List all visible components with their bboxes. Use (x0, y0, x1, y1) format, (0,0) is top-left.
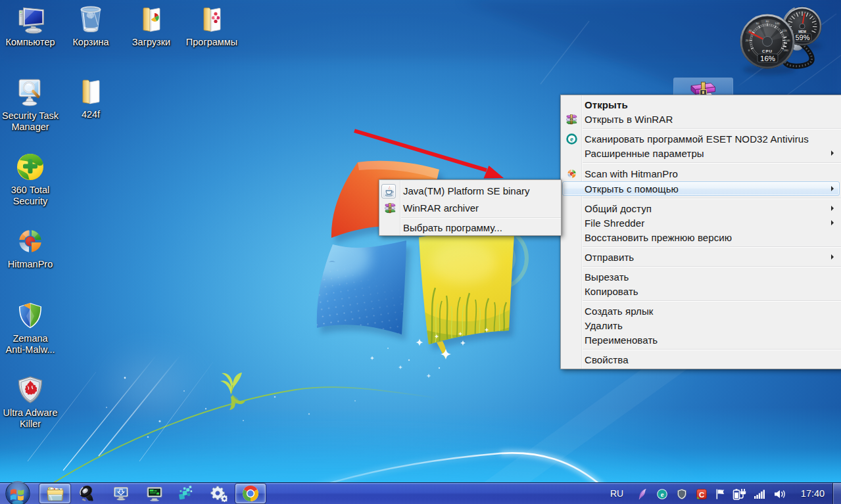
submenu-arrow-icon (831, 220, 834, 225)
desktop-icon-label: Загрузки (122, 37, 181, 48)
svg-text:140: 140 (785, 39, 790, 42)
eset-icon: e (565, 133, 577, 145)
desktop-icon-programs[interactable]: Программы (182, 5, 241, 48)
desktop-icon-label: 360 Total Security (1, 185, 60, 207)
menu-item-восстановить-прежнюю-версию[interactable]: Восстановить прежнюю версию (561, 230, 841, 244)
taskbar-button-speaker-app[interactable] (76, 484, 99, 503)
desktop-icon-label: HitmanPro (1, 259, 60, 270)
desktop-icon-label: 424f (61, 109, 120, 120)
menu-item-label: Копировать (585, 286, 638, 297)
winrar-icon (565, 113, 577, 125)
submenu-items: Java(TM) Platform SE binary WinRAR archi… (379, 182, 561, 234)
menu-separator (561, 264, 841, 269)
menu-item-winrar-archiver[interactable]: WinRAR archiver (379, 200, 561, 216)
menu-item-label: Вырезать (585, 271, 629, 283)
tray-icon-eset[interactable]: e (656, 483, 669, 504)
desktop-icon-zemana-antimalware[interactable]: Zemana Anti-Malw... (1, 300, 60, 355)
menu-separator (561, 196, 841, 201)
desktop-icon-424f[interactable]: 424f (61, 78, 120, 120)
menu-item-label: Открыть с помощью (585, 183, 679, 195)
show-desktop-button[interactable] (832, 483, 841, 504)
computer-icon (1, 5, 60, 37)
taskbar-button-monitor-app[interactable] (143, 484, 166, 503)
menu-item-общий-доступ[interactable]: Общий доступ (561, 201, 841, 216)
desktop-icon-label: Zemana Anti-Malw... (1, 333, 60, 355)
menu-item-java-tm-platform-se-binary[interactable]: Java(TM) Platform SE binary (379, 182, 561, 200)
start-button[interactable] (5, 481, 30, 504)
context-menu: Открыть Открыть в WinRAR e Сканировать п… (560, 95, 841, 369)
menu-item-label: Переименовать (585, 334, 658, 346)
desktop-icon-computer[interactable]: Компьютер (1, 5, 60, 48)
mem-label: MEM (798, 30, 806, 34)
menu-item-label: Свойства (585, 354, 629, 365)
menu-item-label: WinRAR archiver (403, 202, 479, 214)
menu-item-label: Открыть в WinRAR (585, 114, 673, 125)
desktop-icon-label: Программы (182, 37, 241, 48)
menu-separator (561, 126, 841, 131)
recycle-bin-icon (61, 5, 120, 37)
menu-item-расширенные-параметры[interactable]: Расширенные параметры (561, 146, 841, 160)
hitmanpro-icon (565, 168, 577, 179)
desktop-icon-recycle-bin[interactable]: Корзина (61, 5, 120, 48)
desktop-icon-downloads[interactable]: Загрузки (122, 5, 181, 48)
menu-item-открыть[interactable]: Открыть (561, 97, 841, 112)
menu-item-удалить[interactable]: Удалить (561, 318, 841, 332)
menu-item-label: Общий доступ (585, 203, 652, 214)
cpu-meter-gadget[interactable]: MEM 59% 020406080100120140160 CPU 16% (731, 4, 841, 80)
tray-icon-power[interactable] (733, 483, 746, 504)
menu-item-открыть-в-winrar[interactable]: Открыть в WinRAR (561, 112, 841, 126)
svg-text:C: C (699, 490, 704, 498)
open-with-submenu: Java(TM) Platform SE binary WinRAR archi… (379, 179, 562, 236)
context-menu-items: Открыть Открыть в WinRAR e Сканировать п… (561, 97, 841, 367)
menu-item-создать-ярлык[interactable]: Создать ярлык (561, 304, 841, 318)
360-total-security-icon (1, 152, 60, 185)
selected-archive-file[interactable] (673, 78, 733, 95)
hitmanpro-icon (1, 226, 60, 259)
menu-item-сканировать-программой-eset-nod32-antivirus[interactable]: e Сканировать программой ESET NOD32 Anti… (561, 131, 841, 146)
submenu-arrow-icon (831, 206, 834, 211)
tray-clock[interactable]: 17:40 (795, 483, 830, 504)
menu-item-вырезать[interactable]: Вырезать (561, 269, 841, 284)
taskbar-button-pixels-app[interactable] (174, 484, 197, 503)
menu-item-выбрать-программу[interactable]: Выбрать программу... (379, 221, 561, 234)
mem-value: 59% (795, 34, 809, 41)
taskbar-button-explorer[interactable] (39, 484, 70, 503)
svg-text:e: e (661, 490, 664, 497)
menu-item-label: Удалить (585, 320, 623, 331)
zemana-icon (1, 300, 60, 333)
winrar-icon (384, 202, 396, 214)
menu-separator (561, 298, 841, 304)
security-task-manager-icon (1, 78, 60, 110)
menu-item-scan-with-hitmanpro[interactable]: Scan with HitmanPro (561, 166, 841, 181)
svg-text:160: 160 (784, 49, 789, 52)
menu-item-label: File Shredder (585, 218, 644, 229)
desktop: Компьютер Корзина Загрузки Программы Sec… (0, 0, 841, 504)
menu-separator (561, 347, 841, 352)
desktop-icon-360-total-security[interactable]: 360 Total Security (1, 152, 60, 207)
svg-text:e: e (570, 135, 573, 143)
menu-item-копировать[interactable]: Копировать (561, 284, 841, 298)
menu-item-label: Scan with HitmanPro (585, 168, 678, 179)
taskbar-button-remote-app[interactable] (110, 484, 132, 503)
tray-icon-shield[interactable] (675, 483, 688, 504)
menu-item-свойства[interactable]: Свойства (561, 352, 841, 367)
desktop-icon-label: Security Task Manager (1, 110, 60, 133)
menu-item-переименовать[interactable]: Переименовать (561, 332, 841, 347)
tray-icon-red-c[interactable]: C (695, 483, 708, 504)
menu-item-отправить[interactable]: Отправить (561, 250, 841, 264)
menu-item-file-shredder[interactable]: File Shredder (561, 216, 841, 230)
svg-text:20: 20 (746, 39, 749, 42)
desktop-icon-security-task-manager[interactable]: Security Task Manager (1, 78, 60, 133)
tray-icon-network[interactable] (753, 483, 766, 504)
desktop-icon-label: Корзина (61, 37, 120, 48)
tray-icon-volume[interactable] (773, 483, 786, 504)
submenu-arrow-icon (831, 254, 834, 260)
taskbar-button-gears-app[interactable] (207, 484, 229, 503)
tray-icon-action-center[interactable] (714, 483, 727, 504)
menu-item-открыть-с-помощью[interactable]: Открыть с помощью (561, 181, 841, 196)
tray-language-indicator[interactable]: RU (608, 483, 625, 504)
desktop-icon-ultra-adware-killer[interactable]: Ultra Adware Killer (1, 375, 60, 430)
taskbar-button-chrome[interactable] (235, 484, 266, 503)
desktop-icon-hitmanpro[interactable]: HitmanPro (1, 226, 60, 270)
tray-icon-feather[interactable] (636, 483, 649, 504)
